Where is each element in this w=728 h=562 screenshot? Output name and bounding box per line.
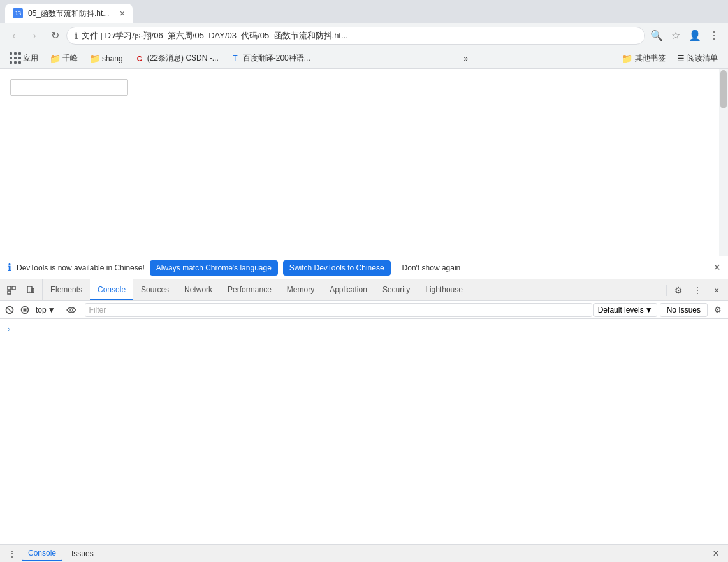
bookmark-translate[interactable]: T 百度翻译-200种语... xyxy=(225,51,316,66)
search-button[interactable]: 🔍 xyxy=(648,27,666,45)
folder-icon-qianfeng: 📁 xyxy=(50,54,60,64)
translate-icon: T xyxy=(230,54,240,64)
context-selector[interactable]: top ▼ xyxy=(33,303,58,317)
console-toolbar-right: Default levels ▼ No Issues ⚙ xyxy=(593,303,725,317)
default-levels-label: Default levels xyxy=(598,306,644,314)
address-text: 文件 | D:/学习/js-翔/06_第六周/05_DAY/03_代码/05_函… xyxy=(82,30,637,41)
bookmarks-bar: 应用 📁 千峰 📁 shang C (22条消息) CSDN -... T 百度… xyxy=(0,48,728,69)
tab-performance[interactable]: Performance xyxy=(220,279,279,300)
tab-application[interactable]: Application xyxy=(322,279,375,300)
tab-console[interactable]: Console xyxy=(90,279,133,300)
bookmark-translate-label: 百度翻译-200种语... xyxy=(243,53,310,64)
apps-icon xyxy=(10,54,20,64)
stop-console-button[interactable] xyxy=(18,303,32,317)
no-issues-label: No Issues xyxy=(667,306,701,314)
tab-elements[interactable]: Elements xyxy=(43,279,90,300)
svg-line-7 xyxy=(7,307,12,313)
console-filter-input[interactable] xyxy=(85,303,592,317)
svg-rect-0 xyxy=(8,286,11,290)
no-issues-button[interactable]: No Issues xyxy=(660,303,708,317)
console-settings-button[interactable]: ⚙ xyxy=(710,303,725,317)
svg-point-10 xyxy=(70,309,73,311)
more-menu-button[interactable]: ⋮ xyxy=(705,27,723,45)
tab-network[interactable]: Network xyxy=(177,279,220,300)
page-content: ℹ DevTools is now available in Chinese! … xyxy=(0,69,728,562)
other-bookmarks[interactable]: 📁 其他书签 xyxy=(616,51,671,66)
bookmark-apps[interactable]: 应用 xyxy=(5,51,43,66)
dont-show-button[interactable]: Don't show again xyxy=(396,260,467,276)
devtools-tabs: Elements Console Sources Network Perform… xyxy=(43,279,662,300)
bottom-tab-issues[interactable]: Issues xyxy=(65,546,100,561)
devtools-settings-button[interactable]: ⚙ xyxy=(669,282,687,299)
inspect-element-button[interactable] xyxy=(3,282,20,299)
console-content: › xyxy=(0,319,728,544)
page-input-field[interactable] xyxy=(10,79,128,96)
console-divider xyxy=(61,304,61,316)
bookmark-star-button[interactable]: ☆ xyxy=(667,27,685,45)
notification-message: DevTools is now available in Chinese! xyxy=(17,263,145,272)
console-divider-2 xyxy=(82,304,82,316)
devtools-bottom-bar: ⋮ Console Issues × xyxy=(0,544,728,562)
bottom-issues-label: Issues xyxy=(71,549,94,558)
forward-button[interactable]: › xyxy=(25,27,43,45)
profile-button[interactable]: 👤 xyxy=(686,27,704,45)
console-prompt-arrow[interactable]: › xyxy=(0,322,728,336)
console-eye-button[interactable] xyxy=(64,303,79,317)
bottom-tab-console[interactable]: Console xyxy=(22,546,62,561)
bottom-menu-button[interactable]: ⋮ xyxy=(5,547,19,561)
context-value: top xyxy=(36,306,47,314)
default-levels-dropdown[interactable]: Default levels ▼ xyxy=(593,303,657,317)
device-mode-button[interactable] xyxy=(22,282,40,299)
reading-list-label: 阅读清单 xyxy=(687,53,718,64)
match-language-button[interactable]: Always match Chrome's language xyxy=(150,260,278,276)
devtools-more-button[interactable]: ⋮ xyxy=(688,282,706,299)
tab-sources[interactable]: Sources xyxy=(133,279,177,300)
toolbar-divider xyxy=(666,285,667,296)
bottom-close-button[interactable]: × xyxy=(709,547,723,561)
bookmarks-more-button[interactable]: » xyxy=(459,51,474,66)
tab-memory[interactable]: Memory xyxy=(279,279,322,300)
svg-rect-2 xyxy=(12,286,15,290)
bookmarks-right: 📁 其他书签 ☰ 阅读清单 xyxy=(616,51,723,66)
svg-rect-1 xyxy=(8,291,11,294)
devtools-notification-bar: ℹ DevTools is now available in Chinese! … xyxy=(0,256,728,279)
bookmark-qianfeng[interactable]: 📁 千峰 xyxy=(45,51,83,66)
bookmark-csdn-label: (22条消息) CSDN -... xyxy=(147,53,219,64)
tab-favicon: JS xyxy=(13,8,23,18)
address-bar[interactable]: ℹ 文件 | D:/学习/js-翔/06_第六周/05_DAY/03_代码/05… xyxy=(66,27,645,45)
svg-rect-9 xyxy=(24,308,27,311)
reading-list[interactable]: ☰ 阅读清单 xyxy=(672,51,723,66)
page-main xyxy=(0,69,728,256)
notification-close-button[interactable]: × xyxy=(713,261,720,274)
scrollbar-thumb[interactable] xyxy=(720,70,727,108)
page-input-area xyxy=(0,69,728,106)
tab-security[interactable]: Security xyxy=(375,279,418,300)
default-levels-arrow: ▼ xyxy=(645,306,653,314)
bookmark-csdn[interactable]: C (22条消息) CSDN -... xyxy=(129,51,224,66)
notification-info-icon: ℹ xyxy=(8,262,11,274)
nav-bar: ‹ › ↻ ℹ 文件 | D:/学习/js-翔/06_第六周/05_DAY/03… xyxy=(0,23,728,48)
bookmark-shang[interactable]: 📁 shang xyxy=(84,51,128,66)
browser-tab[interactable]: JS 05_函数节流和防抖.ht... × xyxy=(5,4,133,23)
bookmark-qianfeng-label: 千峰 xyxy=(62,53,78,64)
console-toolbar: top ▼ Default levels ▼ xyxy=(0,301,728,319)
bookmark-apps-label: 应用 xyxy=(23,53,38,64)
tab-title: 05_函数节流和防抖.ht... xyxy=(28,8,115,19)
folder-icon-shang: 📁 xyxy=(89,54,99,64)
bookmarks-more-label: » xyxy=(464,54,469,63)
csdn-icon: C xyxy=(135,54,145,64)
tab-lighthouse[interactable]: Lighthouse xyxy=(418,279,470,300)
devtools-close-button[interactable]: × xyxy=(708,282,725,299)
scrollbar[interactable] xyxy=(719,69,728,256)
back-button[interactable]: ‹ xyxy=(5,27,23,45)
bottom-console-label: Console xyxy=(28,549,56,558)
bookmark-shang-label: shang xyxy=(102,54,123,63)
clear-console-button[interactable] xyxy=(3,303,17,317)
tab-bar: JS 05_函数节流和防抖.ht... × xyxy=(0,0,728,23)
reload-button[interactable]: ↻ xyxy=(46,27,64,45)
address-info-icon: ℹ xyxy=(75,31,78,41)
tab-close-btn[interactable]: × xyxy=(120,8,125,18)
switch-to-chinese-button[interactable]: Switch DevTools to Chinese xyxy=(283,260,391,276)
devtools-panel: ℹ DevTools is now available in Chinese! … xyxy=(0,256,728,562)
nav-actions: 🔍 ☆ 👤 ⋮ xyxy=(648,27,723,45)
